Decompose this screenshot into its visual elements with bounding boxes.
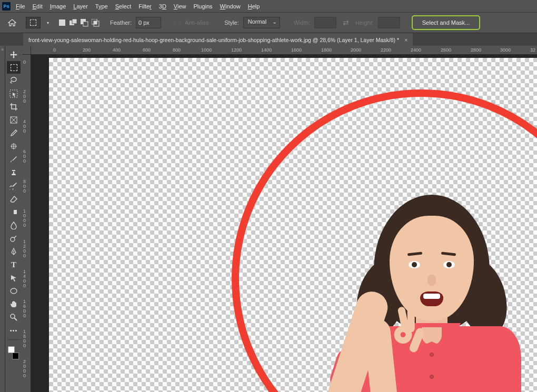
selection-add-icon[interactable] — [68, 18, 78, 28]
ruler-tick: 600 — [23, 149, 29, 164]
menu-select[interactable]: Select — [115, 3, 132, 9]
ruler-tick: 2800 — [471, 47, 481, 53]
tool-preset-button[interactable] — [26, 17, 41, 28]
document-tab[interactable]: front-view-young-saleswoman-holding-red-… — [23, 33, 413, 46]
ruler-tick: 3000 — [500, 47, 511, 53]
eraser-tool[interactable] — [7, 193, 21, 205]
image-subject — [232, 89, 537, 392]
ruler-vertical[interactable]: 0 200 400 600 800 1000 1200 1400 1600 18… — [22, 55, 31, 392]
path-select-tool[interactable] — [7, 272, 21, 284]
ruler-tick: 600 — [143, 47, 151, 53]
ruler-tick: 1600 — [291, 47, 302, 53]
menu-help[interactable]: Help — [248, 3, 260, 9]
clone-stamp-tool[interactable] — [7, 166, 21, 179]
ruler-tick: 0 — [53, 47, 56, 53]
style-select[interactable]: Normal — [243, 17, 280, 28]
ruler-horizontal[interactable]: 0 200 400 600 800 1000 1200 1400 1600 18… — [31, 46, 537, 55]
ruler-tick: 1800 — [23, 329, 29, 348]
move-tool[interactable] — [7, 48, 21, 61]
swap-dimensions-icon: ⇄ — [343, 18, 349, 27]
canvas-wrap: 0 200 400 600 800 1000 1200 1400 1600 18… — [22, 46, 537, 392]
work-area: » T ••• 0 200 — [0, 46, 537, 392]
lasso-tool[interactable] — [7, 74, 21, 87]
pen-tool[interactable] — [7, 245, 21, 258]
menu-view[interactable]: View — [174, 3, 186, 9]
shape-tool[interactable] — [7, 285, 21, 297]
shirt-buttons — [430, 353, 435, 392]
canvas[interactable] — [31, 55, 537, 392]
selection-new-icon[interactable] — [57, 18, 67, 28]
svg-line-18 — [14, 236, 16, 238]
menu-plugins[interactable]: Plugins — [194, 3, 213, 9]
menu-3d[interactable]: 3D — [159, 3, 166, 9]
menu-window[interactable]: Window — [220, 3, 241, 9]
background-color-swatch[interactable] — [12, 353, 19, 359]
zoom-tool[interactable] — [7, 311, 21, 324]
feather-input[interactable] — [136, 17, 161, 28]
selection-intersect-icon[interactable] — [91, 18, 101, 28]
svg-rect-4 — [83, 22, 88, 26]
object-select-tool[interactable] — [7, 87, 21, 100]
menu-layer[interactable]: Layer — [73, 3, 88, 9]
blur-tool[interactable] — [7, 219, 21, 232]
ruler-tick: 2200 — [381, 47, 391, 53]
ruler-tick: 800 — [23, 179, 29, 194]
ruler-tick: 1400 — [261, 47, 272, 53]
svg-line-11 — [11, 117, 17, 123]
menu-edit[interactable]: Edit — [33, 3, 43, 9]
menu-type[interactable]: Type — [95, 3, 108, 9]
spot-heal-tool[interactable] — [7, 140, 21, 153]
frame-tool[interactable] — [7, 114, 21, 126]
svg-rect-12 — [12, 144, 16, 148]
foreground-color-swatch[interactable] — [8, 346, 15, 353]
menu-filter[interactable]: Filter — [138, 3, 151, 9]
selection-mode-group — [57, 18, 101, 28]
marquee-tool[interactable] — [7, 61, 21, 74]
ruler-tick: 1400 — [23, 269, 29, 288]
color-swatches[interactable] — [7, 346, 21, 360]
style-label: Style: — [224, 19, 239, 26]
marquee-icon — [30, 19, 36, 26]
document-tab-title: front-view-young-saleswoman-holding-red-… — [28, 37, 399, 43]
ruler-tick: 1800 — [321, 47, 332, 53]
select-and-mask-button[interactable]: Select and Mask... — [412, 15, 481, 30]
menu-image[interactable]: Image — [50, 3, 66, 9]
crop-tool[interactable] — [7, 100, 21, 113]
type-tool[interactable]: T — [7, 258, 21, 271]
hand-tool[interactable] — [7, 298, 21, 310]
close-tab-icon[interactable]: × — [404, 37, 407, 43]
svg-line-21 — [14, 318, 17, 320]
brush-tool[interactable] — [7, 153, 21, 166]
chevron-down-icon[interactable]: ▾ — [47, 21, 52, 25]
history-brush-tool[interactable] — [7, 179, 21, 192]
svg-point-19 — [11, 288, 17, 294]
height-label: Height: — [355, 19, 374, 26]
svg-point-20 — [11, 314, 15, 318]
svg-rect-8 — [10, 90, 17, 97]
ruler-tick: 0 — [23, 60, 29, 65]
ruler-tick: 200 — [83, 47, 91, 53]
menu-file[interactable]: File — [16, 3, 25, 9]
svg-rect-0 — [59, 19, 65, 26]
dodge-tool[interactable] — [7, 232, 21, 245]
eyedropper-tool[interactable] — [7, 127, 21, 139]
panel-gutter[interactable]: » — [0, 46, 5, 392]
svg-rect-2 — [72, 19, 77, 24]
ruler-tick: 2400 — [411, 47, 421, 53]
document-tab-strip: front-view-young-saleswoman-holding-red-… — [0, 33, 537, 46]
ruler-tick: 400 — [23, 119, 29, 134]
width-label: Width: — [294, 19, 310, 26]
svg-rect-15 — [11, 210, 17, 214]
svg-rect-7 — [94, 21, 97, 24]
ruler-tick: 1000 — [23, 209, 29, 228]
upper-arm — [324, 287, 392, 392]
ruler-tick: 1200 — [231, 47, 242, 53]
ruler-tick: 2000 — [351, 47, 361, 53]
svg-line-10 — [11, 117, 17, 123]
ruler-tick: 400 — [113, 47, 121, 53]
gradient-tool[interactable] — [7, 206, 21, 218]
width-input — [314, 17, 336, 28]
home-icon[interactable] — [7, 19, 16, 27]
edit-toolbar-icon[interactable]: ••• — [7, 324, 21, 337]
selection-subtract-icon[interactable] — [79, 18, 90, 28]
